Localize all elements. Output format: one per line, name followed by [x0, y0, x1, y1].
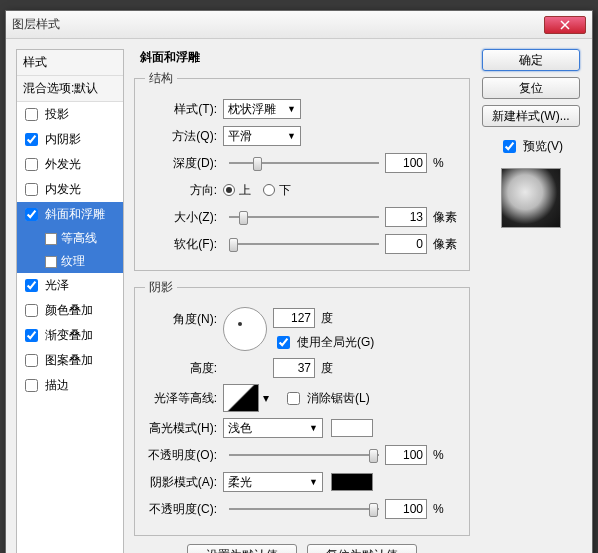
hi-opacity-input[interactable]: 100 — [385, 445, 427, 465]
angle-label: 角度(N): — [145, 307, 223, 328]
direction-label: 方向: — [145, 182, 223, 199]
direction-up[interactable]: 上 — [223, 182, 251, 199]
sh-opacity-input[interactable]: 100 — [385, 499, 427, 519]
depth-input[interactable]: 100 — [385, 153, 427, 173]
preview-check[interactable] — [503, 140, 516, 153]
radio-icon — [223, 184, 235, 196]
structure-group: 结构 样式(T): 枕状浮雕▼ 方法(Q): 平滑▼ 深度(D): 100% 方… — [134, 70, 470, 271]
titlebar: 图层样式 — [6, 11, 592, 39]
preview-thumbnail — [501, 168, 561, 228]
shadow-color-swatch[interactable] — [331, 473, 373, 491]
sh-opacity-label: 不透明度(C): — [145, 501, 223, 518]
sidebar-item-drop-shadow[interactable]: 投影 — [17, 102, 123, 127]
structure-legend: 结构 — [145, 70, 177, 87]
ok-button[interactable]: 确定 — [482, 49, 580, 71]
satin-check[interactable] — [25, 279, 38, 292]
drop-shadow-check[interactable] — [25, 108, 38, 121]
size-slider[interactable] — [229, 208, 379, 226]
right-column: 确定 复位 新建样式(W)... 预览(V) — [480, 49, 582, 553]
method-select[interactable]: 平滑▼ — [223, 126, 301, 146]
sidebar-item-color-overlay[interactable]: 颜色叠加 — [17, 298, 123, 323]
soften-slider[interactable] — [229, 235, 379, 253]
set-default-button[interactable]: 设置为默认值 — [187, 544, 297, 553]
sidebar-item-pattern-overlay[interactable]: 图案叠加 — [17, 348, 123, 373]
method-label: 方法(Q): — [145, 128, 223, 145]
contour-check[interactable] — [45, 233, 57, 245]
soften-label: 软化(F): — [145, 236, 223, 253]
cancel-button[interactable]: 复位 — [482, 77, 580, 99]
sidebar-item-outer-glow[interactable]: 外发光 — [17, 152, 123, 177]
radio-icon — [263, 184, 275, 196]
chevron-down-icon: ▼ — [287, 131, 296, 141]
shading-group: 阴影 角度(N): 127度 使用全局光(G) 高度: 37度 光泽等高线: ▾… — [134, 279, 470, 536]
sidebar-item-contour[interactable]: 等高线 — [17, 227, 123, 250]
shading-legend: 阴影 — [145, 279, 177, 296]
global-light-check[interactable] — [277, 336, 290, 349]
color-overlay-check[interactable] — [25, 304, 38, 317]
inner-shadow-check[interactable] — [25, 133, 38, 146]
bevel-check[interactable] — [25, 208, 38, 221]
angle-cross-icon — [238, 322, 242, 326]
depth-slider[interactable] — [229, 154, 379, 172]
angle-wheel[interactable] — [223, 307, 267, 351]
gloss-contour-picker[interactable] — [223, 384, 259, 412]
stroke-check[interactable] — [25, 379, 38, 392]
sidebar-item-inner-shadow[interactable]: 内阴影 — [17, 127, 123, 152]
chevron-down-icon[interactable]: ▾ — [263, 391, 269, 405]
gloss-contour-label: 光泽等高线: — [145, 390, 223, 407]
styles-sidebar: 样式 混合选项:默认 投影 内阴影 外发光 内发光 斜面和浮雕 等高线 纹理 光… — [16, 49, 124, 553]
window-title: 图层样式 — [12, 16, 544, 33]
layer-style-window: 图层样式 样式 混合选项:默认 投影 内阴影 外发光 内发光 斜面和浮雕 等高线… — [5, 10, 593, 553]
size-input[interactable]: 13 — [385, 207, 427, 227]
hi-opacity-slider[interactable] — [229, 446, 379, 464]
panel-title: 斜面和浮雕 — [140, 49, 470, 66]
direction-down[interactable]: 下 — [263, 182, 291, 199]
size-label: 大小(Z): — [145, 209, 223, 226]
sidebar-header-blend[interactable]: 混合选项:默认 — [17, 76, 123, 102]
texture-check[interactable] — [45, 256, 57, 268]
highlight-color-swatch[interactable] — [331, 419, 373, 437]
altitude-label: 高度: — [145, 360, 223, 377]
inner-glow-check[interactable] — [25, 183, 38, 196]
sh-opacity-slider[interactable] — [229, 500, 379, 518]
sidebar-item-satin[interactable]: 光泽 — [17, 273, 123, 298]
soften-input[interactable]: 0 — [385, 234, 427, 254]
sidebar-item-gradient-overlay[interactable]: 渐变叠加 — [17, 323, 123, 348]
main-panel: 斜面和浮雕 结构 样式(T): 枕状浮雕▼ 方法(Q): 平滑▼ 深度(D): … — [134, 49, 470, 553]
style-select[interactable]: 枕状浮雕▼ — [223, 99, 301, 119]
chevron-down-icon: ▼ — [309, 423, 318, 433]
pattern-overlay-check[interactable] — [25, 354, 38, 367]
highlight-mode-label: 高光模式(H): — [145, 420, 223, 437]
close-icon — [560, 20, 570, 30]
sidebar-header-styles[interactable]: 样式 — [17, 50, 123, 76]
sidebar-item-stroke[interactable]: 描边 — [17, 373, 123, 398]
outer-glow-check[interactable] — [25, 158, 38, 171]
sidebar-item-inner-glow[interactable]: 内发光 — [17, 177, 123, 202]
hi-opacity-label: 不透明度(O): — [145, 447, 223, 464]
close-button[interactable] — [544, 16, 586, 34]
altitude-input[interactable]: 37 — [273, 358, 315, 378]
sidebar-item-texture[interactable]: 纹理 — [17, 250, 123, 273]
reset-default-button[interactable]: 复位为默认值 — [307, 544, 417, 553]
chevron-down-icon: ▼ — [309, 477, 318, 487]
new-style-button[interactable]: 新建样式(W)... — [482, 105, 580, 127]
highlight-mode-select[interactable]: 浅色▼ — [223, 418, 323, 438]
angle-input[interactable]: 127 — [273, 308, 315, 328]
antialias-check[interactable] — [287, 392, 300, 405]
shadow-mode-label: 阴影模式(A): — [145, 474, 223, 491]
style-label: 样式(T): — [145, 101, 223, 118]
chevron-down-icon: ▼ — [287, 104, 296, 114]
gradient-overlay-check[interactable] — [25, 329, 38, 342]
shadow-mode-select[interactable]: 柔光▼ — [223, 472, 323, 492]
depth-label: 深度(D): — [145, 155, 223, 172]
sidebar-item-bevel-emboss[interactable]: 斜面和浮雕 — [17, 202, 123, 227]
